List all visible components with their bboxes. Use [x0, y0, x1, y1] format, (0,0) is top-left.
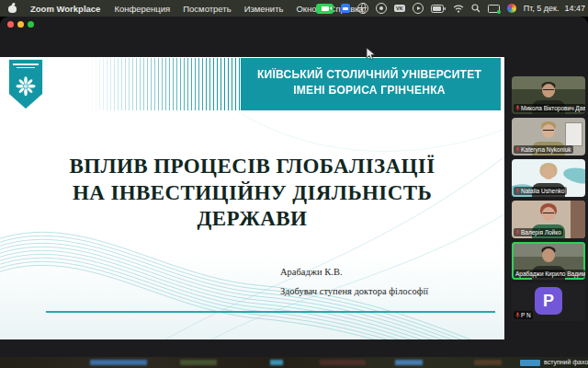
play-status-icon[interactable] [413, 3, 424, 14]
screen-recording-indicator-icon[interactable] [316, 4, 334, 14]
screen-mirroring-icon[interactable] [488, 4, 500, 13]
participant-name: Natalia Ushenko [521, 188, 565, 194]
search-icon[interactable] [471, 4, 481, 13]
participant-name: Валерія Лойко [521, 229, 561, 236]
apple-menu-icon[interactable] [8, 4, 17, 13]
participant-name: Арабаджи Кирило Вадимо... [515, 270, 585, 277]
slide-title-line1: ВПЛИВ ПРОЦЕСІВ ГЛОБАЛІЗАЦІЇ [0, 154, 504, 180]
menu-bar-clock[interactable]: 14:47 [564, 4, 585, 13]
slide-title-line2: НА ІНВЕСТИЦІЙНУ ДІЯЛЬНІСТЬ [0, 180, 504, 207]
university-name: КИЇВСЬКИЙ СТОЛИЧНИЙ УНІВЕРСИТЕТ ІМЕНІ БО… [236, 67, 503, 98]
wifi-icon[interactable] [453, 5, 464, 13]
phone-status-icon[interactable] [376, 3, 387, 14]
muted-mic-icon [515, 105, 520, 111]
battery-icon[interactable] [431, 5, 446, 13]
blue-app-status-icon[interactable] [341, 4, 350, 13]
slide-title: ВПЛИВ ПРОЦЕСІВ ГЛОБАЛІЗАЦІЇ НА ІНВЕСТИЦІ… [0, 154, 504, 233]
mouse-cursor-icon [366, 47, 376, 61]
muted-mic-icon [515, 312, 520, 318]
menu-view[interactable]: Посмотреть [176, 4, 237, 14]
slide-author-role: Здобувач ступеня доктора філософії [280, 286, 428, 296]
band-stripe-fade [88, 58, 243, 110]
menu-bar-status-area: VK Пт, 5 дек. 14:47 [316, 0, 585, 17]
menu-edit[interactable]: Изменить [238, 4, 290, 14]
macos-menu-bar: Zoom Workplace Конференция Посмотреть Из… [0, 0, 588, 17]
menu-bar-date[interactable]: Пт, 5 дек. [524, 4, 560, 13]
participant-name: Микола Вікторович Дав... [521, 105, 585, 111]
wall-graphic [562, 166, 585, 186]
globe-status-icon[interactable] [357, 3, 368, 14]
participant-tile-kateryna[interactable]: Kateryna Nykoniuk [512, 118, 585, 155]
slide-author-name: Арабаджи К.В. [280, 267, 343, 277]
participant-tile-valeriia[interactable]: Валерія Лойко [512, 201, 585, 238]
menu-conference[interactable]: Конференция [107, 4, 176, 14]
university-logo [8, 59, 43, 109]
slide-divider-line [46, 311, 495, 313]
muted-mic-icon [515, 188, 520, 194]
background-window-sliver[interactable]: вступний фахо [0, 357, 588, 368]
muted-mic-icon [515, 229, 520, 236]
window-zoom-button[interactable] [28, 21, 34, 28]
background-furniture [571, 201, 585, 238]
university-name-line2: ІМЕНІ БОРИСА ГРІНЧЕНКА [236, 83, 503, 98]
logo-flower-icon [16, 76, 36, 97]
background-window-button [520, 360, 540, 366]
slide-title-line3: ДЕРЖАВИ [0, 206, 504, 233]
participant-tile-mykola[interactable]: Микола Вікторович Дав... [512, 76, 585, 114]
avatar: P [535, 287, 562, 315]
participant-name: P N [521, 312, 531, 318]
vk-status-icon[interactable]: VK [394, 5, 405, 12]
participant-tile-natalia[interactable]: Natalia Ushenko [512, 159, 585, 197]
muted-mic-icon [515, 146, 520, 153]
background-window-label: вступний фахо [544, 359, 588, 365]
menu-zoom-workplace[interactable]: Zoom Workplace [23, 4, 107, 14]
participant-tile-pn[interactable]: P P N [512, 283, 585, 321]
window-minimize-button[interactable] [17, 21, 24, 28]
shared-screen-slide: КИЇВСЬКИЙ СТОЛИЧНИЙ УНІВЕРСИТЕТ ІМЕНІ БО… [0, 57, 504, 339]
color-profile-icon[interactable] [507, 4, 516, 13]
window-close-button[interactable] [7, 21, 14, 28]
university-name-line1: КИЇВСЬКИЙ СТОЛИЧНИЙ УНІВЕРСИТЕТ [236, 67, 503, 83]
whiteboard [565, 122, 582, 146]
participant-tile-arabadzhy-active-speaker[interactable]: Арабаджи Кирило Вадимо... [512, 242, 585, 280]
participant-name: Kateryna Nykoniuk [521, 146, 571, 153]
